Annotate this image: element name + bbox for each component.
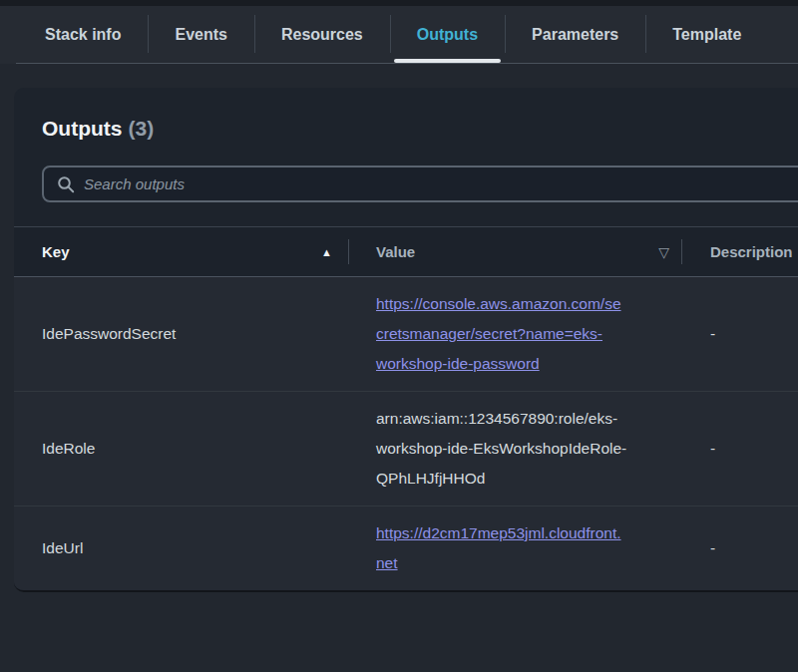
column-label-value: Value bbox=[376, 243, 415, 260]
column-label-key: Key bbox=[42, 243, 70, 260]
outputs-count-badge: (3) bbox=[128, 117, 154, 140]
column-header-key[interactable]: Key ▲ bbox=[14, 227, 349, 277]
stack-detail-tabs: Stack info Events Resources Outputs Para… bbox=[0, 6, 798, 64]
table-row: IdePasswordSecret https://console.aws.am… bbox=[14, 277, 798, 392]
tab-events[interactable]: Events bbox=[148, 6, 253, 64]
column-header-description[interactable]: Description bbox=[682, 227, 798, 277]
table-row: IdeUrl https://d2cm17mep53jml.cloudfront… bbox=[14, 506, 798, 591]
tab-template[interactable]: Template bbox=[645, 6, 768, 64]
tab-resources[interactable]: Resources bbox=[254, 6, 390, 64]
panel-title-text: Outputs bbox=[42, 117, 122, 140]
table-header-row: Key ▲ Value ▽ Description bbox=[14, 227, 798, 277]
outputs-table: Key ▲ Value ▽ Description bbox=[14, 226, 798, 590]
sort-ascending-icon: ▲ bbox=[321, 246, 332, 258]
output-value-cell: https://console.aws.amazon.com/secretsma… bbox=[349, 277, 682, 392]
column-header-value[interactable]: Value ▽ bbox=[349, 227, 682, 277]
sort-down-outline-icon: ▽ bbox=[658, 244, 669, 260]
output-value-text: arn:aws:iam::1234567890:role/eks-worksho… bbox=[376, 410, 626, 487]
table-row: IdeRole arn:aws:iam::1234567890:role/eks… bbox=[14, 392, 798, 506]
output-key: IdeRole bbox=[14, 392, 349, 506]
output-value-cell: arn:aws:iam::1234567890:role/eks-worksho… bbox=[349, 392, 682, 506]
tab-stack-info[interactable]: Stack info bbox=[18, 6, 148, 64]
outputs-panel: Outputs(3) Key ▲ bbox=[14, 88, 798, 592]
tab-parameters[interactable]: Parameters bbox=[505, 6, 645, 64]
output-description: - bbox=[682, 506, 798, 591]
output-value-link[interactable]: https://console.aws.amazon.com/secretsma… bbox=[376, 295, 621, 372]
output-description: - bbox=[682, 277, 798, 392]
output-value-cell: https://d2cm17mep53jml.cloudfront.net bbox=[349, 506, 682, 591]
search-outputs-box bbox=[42, 166, 798, 202]
search-icon bbox=[57, 175, 75, 193]
output-key: IdePasswordSecret bbox=[14, 277, 349, 392]
tab-outputs[interactable]: Outputs bbox=[390, 6, 505, 64]
output-value-link[interactable]: https://d2cm17mep53jml.cloudfront.net bbox=[376, 524, 621, 571]
search-input[interactable] bbox=[84, 175, 798, 192]
output-key: IdeUrl bbox=[14, 506, 349, 591]
column-label-description: Description bbox=[710, 243, 793, 260]
tabbar-divider bbox=[16, 63, 798, 64]
panel-title: Outputs(3) bbox=[42, 114, 798, 144]
output-description: - bbox=[682, 392, 798, 506]
outputs-panel-header: Outputs(3) bbox=[14, 88, 798, 202]
